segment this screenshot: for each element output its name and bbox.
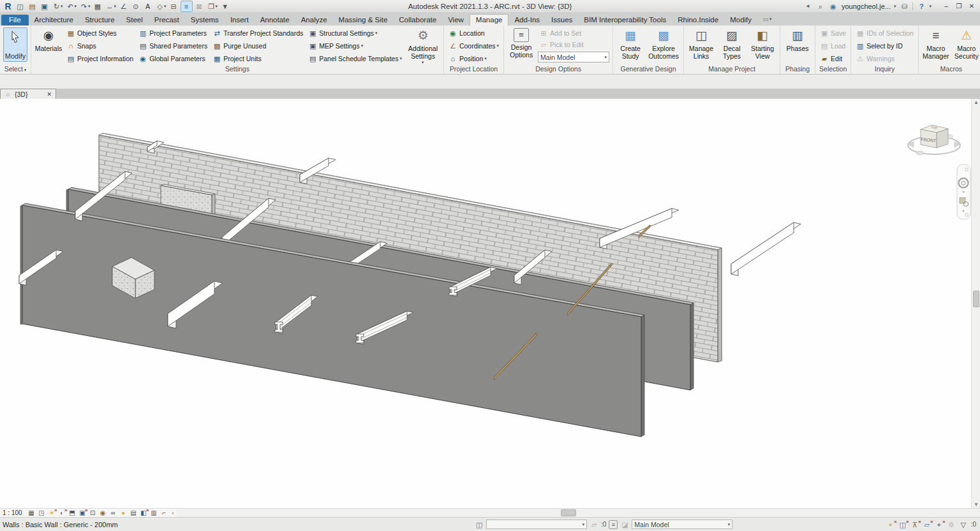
tab-structure[interactable]: Structure	[79, 15, 121, 25]
additional-settings-button[interactable]: ⚙ Additional Settings▾	[405, 27, 442, 65]
section-button[interactable]: ⊟	[168, 1, 179, 11]
tab-collaborate[interactable]: Collaborate	[393, 15, 442, 25]
ribbon-button-decal-types[interactable]: ▨Decal Types	[716, 27, 747, 65]
search-icon[interactable]: ⌕	[816, 2, 825, 11]
tab-file[interactable]: File	[1, 15, 29, 25]
tab-view[interactable]: View	[442, 15, 470, 25]
tab-analyze[interactable]: Analyze	[295, 15, 333, 25]
tab-precast[interactable]: Precast	[149, 15, 185, 25]
design-options-status-icon[interactable]: ≡	[609, 520, 618, 529]
view-control-bar-collapse-icon[interactable]: ‹	[172, 510, 174, 516]
exclude-links-icon[interactable]: ⌖	[886, 520, 895, 529]
view-tab-3d[interactable]: ⌂ {3D} ✕	[0, 89, 56, 99]
view-scale[interactable]: 1 : 100	[3, 509, 22, 516]
close-hidden-windows-button[interactable]: ⊠	[194, 1, 205, 11]
switch-windows-button[interactable]: ❐▾	[206, 1, 219, 11]
selection-settings-gear-icon[interactable]: ⚙	[947, 520, 956, 529]
save-button[interactable]: ▣	[39, 1, 50, 11]
sync-button[interactable]: ↻▾	[51, 1, 64, 11]
tab-rhino-inside[interactable]: Rhino.Inside	[672, 15, 724, 25]
crop-view-icon[interactable]: ▣	[78, 509, 87, 518]
visual-style-icon[interactable]: ◳	[37, 509, 47, 518]
signed-in-user[interactable]: youngcheol.je...	[842, 3, 891, 10]
pick-to-edit-button[interactable]: ▱ Pick to Edit	[538, 39, 609, 50]
customize-qat-button[interactable]: ▼	[219, 1, 230, 11]
horizontal-scroll-thumb[interactable]	[561, 509, 576, 516]
tab-systems[interactable]: Systems	[185, 15, 225, 25]
ribbon-button-panel-schedule-templates[interactable]: ▤Panel Schedule Templates▾	[307, 53, 403, 64]
ribbon-button-starting-view[interactable]: ◧Starting View	[747, 27, 778, 65]
text-button[interactable]: A	[142, 1, 153, 11]
ribbon-button-load[interactable]: ▤Load	[819, 40, 847, 52]
tab-bim-interoperability-tools[interactable]: BIM Interoperability Tools	[578, 15, 672, 25]
thin-lines-button[interactable]: ≡	[181, 1, 193, 12]
tab-add-ins[interactable]: Add-Ins	[509, 15, 546, 25]
displacement-sets-icon[interactable]: ▥	[149, 509, 159, 518]
ribbon-button-manage-links[interactable]: ◫Manage Links	[686, 27, 716, 65]
select-by-face-icon[interactable]: ▱	[923, 520, 932, 529]
redo-button[interactable]: ↷▾	[78, 1, 91, 11]
measure-button[interactable]: ↔▾	[105, 1, 117, 11]
drawing-area[interactable]: TOP FRONT ▲ ▼	[0, 99, 980, 508]
crop-region-icon[interactable]: ⊡	[88, 509, 98, 518]
ribbon-button-transfer-project-standards[interactable]: ⇄Transfer Project Standards	[211, 27, 304, 39]
aligned-dimension-button[interactable]: ∠	[118, 1, 129, 11]
create-study-button[interactable]: ▦ Create Study	[615, 27, 646, 65]
ribbon-button-structural-settings[interactable]: ▣Structural Settings▾	[307, 27, 403, 39]
user-menu-caret-icon[interactable]: ▾	[894, 4, 896, 9]
temporary-hide-isolate-icon[interactable]: ∞	[108, 509, 118, 518]
viewcube[interactable]: TOP FRONT	[908, 125, 960, 155]
help-menu-caret-icon[interactable]: ▾	[929, 4, 932, 9]
shadows-icon[interactable]: ◐	[57, 509, 67, 518]
ribbon-button-object-styles[interactable]: ▦Object Styles	[65, 27, 135, 39]
ribbon-button-edit[interactable]: ▰Edit	[819, 53, 847, 64]
drag-on-selection-icon[interactable]: +	[935, 520, 944, 529]
restore-button[interactable]: ❐	[953, 3, 965, 10]
panel-label-select[interactable]: Select ▾	[0, 65, 31, 74]
tab-architecture[interactable]: Architecture	[29, 15, 79, 25]
analytical-model-icon[interactable]: ◧	[139, 509, 149, 518]
default-3d-view-button[interactable]: ◇▾	[154, 1, 167, 11]
tab-steel[interactable]: Steel	[121, 15, 149, 25]
ribbon-button-global-parameters[interactable]: ◉Global Parameters	[137, 53, 209, 64]
ribbon-button-project-units[interactable]: ▦Project Units	[211, 53, 304, 64]
vertical-scroll-thumb[interactable]	[973, 291, 979, 307]
ribbon-button-position[interactable]: ⌂Position▾	[447, 53, 500, 64]
ribbon-button-ids-of-selection[interactable]: ▦IDs of Selection	[854, 27, 915, 39]
tab-insert[interactable]: Insert	[225, 15, 255, 25]
tab-modify[interactable]: Modify	[724, 15, 757, 25]
app-store-cart-icon[interactable]: ⛁	[900, 2, 909, 11]
print-button[interactable]: ▦	[93, 1, 103, 11]
detail-level-icon[interactable]: ▦	[27, 509, 36, 518]
ribbon-button-purge-unused[interactable]: ▩Purge Unused	[211, 40, 304, 52]
view-lock-icon[interactable]: ◉	[98, 509, 108, 518]
temporary-view-properties-icon[interactable]: ▤	[129, 509, 138, 518]
help-icon[interactable]: ?	[917, 2, 926, 11]
ribbon-button-macro-security[interactable]: ⚠Macro Security	[951, 27, 980, 65]
tab-annotate[interactable]: Annotate	[255, 15, 295, 25]
ribbon-button-project-parameters[interactable]: ▥Project Parameters	[137, 27, 209, 39]
open-button[interactable]: ▤	[27, 1, 38, 11]
ribbon-button-warnings[interactable]: ⚠Warnings	[854, 53, 915, 64]
modify-button[interactable]: Modify	[3, 27, 27, 62]
tag-button[interactable]: ⊙	[130, 1, 141, 11]
active-workset-combo[interactable]: ▾	[486, 520, 587, 529]
exclude-options-icon[interactable]: ◪	[620, 520, 629, 529]
vertical-scrollbar[interactable]: ▲ ▼	[971, 99, 980, 508]
sun-path-icon[interactable]: ☀	[47, 509, 57, 518]
filter-icon[interactable]: ▽	[959, 520, 968, 529]
ribbon-button-select-by-id[interactable]: ▥Select by ID	[854, 40, 915, 52]
exclude-pinned-icon[interactable]: ⊼	[910, 520, 919, 529]
tab-manage[interactable]: Manage	[470, 14, 509, 25]
tab-issues[interactable]: Issues	[546, 15, 578, 25]
active-design-option-combo[interactable]: Main Model▾	[538, 52, 609, 62]
add-to-set-button[interactable]: ⊞ Add to Set	[538, 27, 609, 39]
navigation-bar[interactable]	[957, 164, 970, 219]
ribbon-button-project-information[interactable]: ▤Project Information	[65, 53, 135, 64]
editing-requests-icon[interactable]: ▱	[590, 520, 598, 529]
reveal-constraints-icon[interactable]: ⌐	[160, 509, 169, 518]
ribbon-button-macro-manager[interactable]: ≡Macro Manager	[921, 27, 951, 65]
phases-button[interactable]: ▥ Phases	[782, 27, 813, 65]
ribbon-display-toggle[interactable]: ▭▾	[761, 15, 772, 25]
ribbon-button-mep-settings[interactable]: ▣MEP Settings▾	[307, 40, 403, 52]
